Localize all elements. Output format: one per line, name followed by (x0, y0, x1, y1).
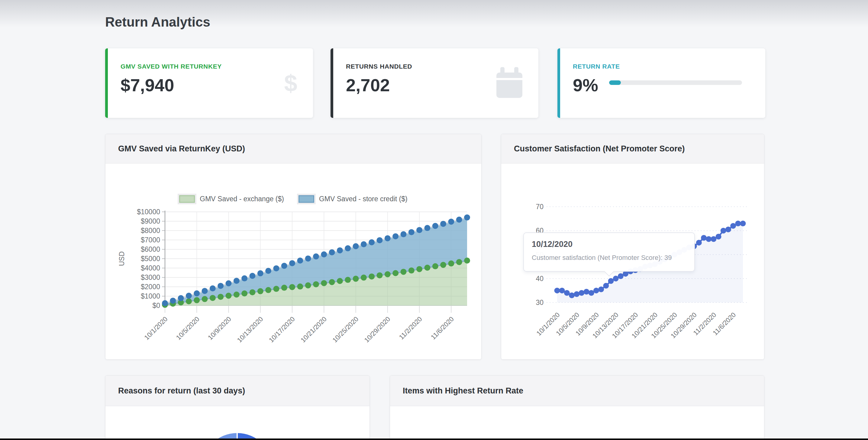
legend-swatch-exchange (179, 195, 195, 203)
kpi-label: RETURN RATE (573, 63, 748, 70)
svg-text:10/25/2020: 10/25/2020 (331, 315, 360, 344)
svg-text:$8000: $8000 (141, 227, 160, 235)
svg-text:USD: USD (118, 252, 126, 266)
kpi-card-return-rate: RETURN RATE 9% (557, 48, 765, 118)
gmv-stacked-area-chart[interactable]: $0$1000$2000$3000$4000$5000$6000$7000$80… (105, 164, 482, 360)
svg-text:70: 70 (536, 203, 544, 211)
nps-chart-tooltip: 10/12/2020 Customer satisfaction (Net Pr… (523, 232, 695, 272)
reasons-card-title: Reasons for return (last 30 days) (105, 376, 370, 406)
legend-item-exchange[interactable]: GMV Saved - exchange ($) (179, 195, 284, 203)
kpi-label: RETURNS HANDLED (346, 63, 522, 70)
kpi-card-returns-handled: RETURNS HANDLED 2,702 (331, 48, 538, 118)
gmv-chart-card: GMV Saved via ReturnKey (USD) GMV Saved … (105, 134, 482, 360)
svg-text:40: 40 (536, 275, 544, 283)
gmv-chart-legend: GMV Saved - exchange ($) GMV Saved - sto… (105, 195, 481, 203)
legend-label: GMV Saved - exchange ($) (200, 195, 284, 203)
svg-text:10/17/2020: 10/17/2020 (268, 315, 297, 344)
svg-text:$4000: $4000 (141, 264, 160, 272)
svg-text:10/29/2020: 10/29/2020 (363, 315, 392, 344)
svg-text:$3000: $3000 (141, 273, 160, 281)
kpi-value: 2,702 (346, 75, 522, 95)
svg-text:10/1/2020: 10/1/2020 (143, 315, 169, 342)
svg-text:$7000: $7000 (141, 236, 160, 244)
reasons-for-return-card: Reasons for return (last 30 days) (105, 375, 370, 440)
svg-text:11/2/2020: 11/2/2020 (398, 315, 424, 341)
gmv-chart-title: GMV Saved via ReturnKey (USD) (105, 134, 481, 164)
items-card-title: Items with Highest Return Rate (390, 376, 764, 406)
tooltip-text: Customer satisfaction (Net Promoter Scor… (532, 254, 686, 262)
kpi-label: GMV SAVED WITH RETURNKEY (121, 63, 296, 70)
svg-text:$6000: $6000 (141, 245, 160, 253)
tooltip-date: 10/12/2020 (532, 240, 686, 249)
viewport-bottom-edge (0, 439, 868, 440)
svg-text:$1000: $1000 (141, 292, 160, 300)
svg-text:10/5/2020: 10/5/2020 (175, 315, 201, 342)
svg-text:30: 30 (536, 299, 544, 306)
svg-text:$10000: $10000 (137, 208, 160, 216)
kpi-card-gmv-saved: GMV SAVED WITH RETURNKEY $7,940 $ (105, 48, 313, 118)
kpi-value: 9% (573, 75, 598, 95)
nps-chart-card: Customer Satisfaction (Net Promoter Scor… (501, 134, 764, 360)
svg-text:10/13/2020: 10/13/2020 (236, 315, 265, 344)
svg-text:$0: $0 (152, 301, 160, 310)
calendar-icon (496, 66, 523, 100)
svg-text:10/9/2020: 10/9/2020 (206, 315, 232, 342)
page-title: Return Analytics (105, 14, 210, 30)
svg-text:11/6/2020: 11/6/2020 (429, 315, 455, 341)
kpi-value: $7,940 (121, 75, 296, 95)
legend-swatch-store-credit (299, 195, 314, 203)
dollar-icon: $ (284, 69, 297, 97)
legend-label: GMV Saved - store credit ($) (319, 195, 408, 203)
svg-text:$9000: $9000 (141, 217, 160, 225)
return-rate-progress-track (609, 80, 742, 85)
svg-text:$5000: $5000 (141, 255, 160, 263)
items-highest-return-rate-card: Items with Highest Return Rate (390, 375, 764, 440)
return-rate-progress-fill (609, 80, 621, 85)
svg-text:$2000: $2000 (141, 283, 160, 291)
nps-chart-title: Customer Satisfaction (Net Promoter Scor… (501, 134, 764, 164)
legend-item-store-credit[interactable]: GMV Saved - store credit ($) (299, 195, 408, 203)
svg-text:10/21/2020: 10/21/2020 (299, 315, 328, 344)
